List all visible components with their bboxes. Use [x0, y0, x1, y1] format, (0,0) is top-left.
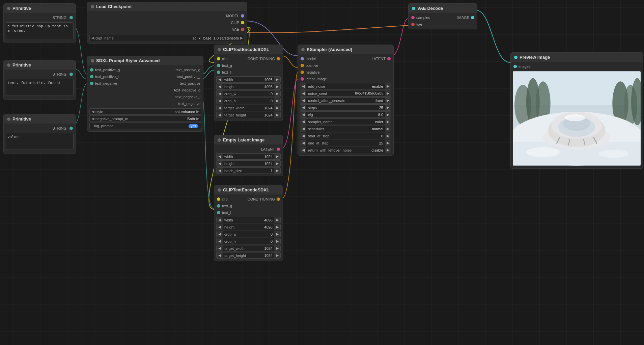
crop-w-field-bot[interactable]: ◀ crop_w 0 ▶: [216, 231, 281, 237]
height-inc-latent[interactable]: ▶: [274, 161, 280, 166]
images-in-port[interactable]: [513, 65, 517, 68]
batch-field-latent[interactable]: ◀ batch_size 1 ▶: [216, 167, 281, 174]
batch-inc-latent[interactable]: ▶: [274, 168, 280, 174]
latent-out-port[interactable]: [277, 148, 280, 151]
height-inc-btn-top[interactable]: ▶: [274, 84, 280, 89]
width-dec-latent[interactable]: ◀: [217, 154, 223, 159]
text-g-port-top[interactable]: [217, 64, 220, 67]
end-at-step-row[interactable]: ◀ end_at_step 25 ▶: [300, 140, 391, 146]
height-field-latent[interactable]: ◀ height 1024 ▶: [216, 160, 281, 167]
steps-inc[interactable]: ▶: [385, 105, 391, 110]
conditioning-out-port-top[interactable]: [277, 57, 280, 60]
start-at-step-row[interactable]: ◀ start_at_step 0 ▶: [300, 133, 391, 139]
steps-dec[interactable]: ◀: [300, 105, 306, 110]
crop-h-field-bot[interactable]: ◀ crop_h 0 ▶: [216, 238, 281, 244]
vae-in-port[interactable]: [411, 23, 415, 26]
target-width-field-top[interactable]: ◀ target_width 1024 ▶: [216, 105, 281, 111]
tw-dec-btn-bot[interactable]: ◀: [217, 245, 223, 251]
start-at-step-inc[interactable]: ▶: [385, 133, 391, 139]
width-dec-btn-top[interactable]: ◀: [217, 77, 223, 82]
string-output-port[interactable]: [69, 16, 73, 19]
clip-input-port-top[interactable]: [217, 57, 220, 60]
crop-w-inc-btn-top[interactable]: ▶: [274, 91, 280, 97]
width-inc-btn-top[interactable]: ▶: [274, 77, 280, 82]
return-leftover-inc[interactable]: ▶: [385, 147, 391, 153]
cfg-inc[interactable]: ▶: [385, 112, 391, 117]
th-dec-btn-top[interactable]: ◀: [217, 112, 223, 118]
width-field-bot[interactable]: ◀ width 4096 ▶: [216, 217, 281, 223]
scheduler-row[interactable]: ◀ scheduler normal ▶: [300, 126, 391, 132]
steps-row[interactable]: ◀ steps 25 ▶: [300, 104, 391, 111]
target-width-field-bot[interactable]: ◀ target_width 1024 ▶: [216, 245, 281, 251]
scheduler-dec[interactable]: ◀: [300, 126, 306, 132]
text-l-port-bot[interactable]: [217, 211, 220, 214]
latent-image-in-port[interactable]: [301, 77, 304, 81]
primitive-node-2-textarea[interactable]: tent, futuristic, forest: [6, 79, 74, 96]
control-after-inc[interactable]: ▶: [385, 98, 391, 103]
text-neg-input-port[interactable]: [90, 82, 93, 85]
sampler-name-inc[interactable]: ▶: [385, 119, 391, 125]
crop-w-dec-btn-bot[interactable]: ◀: [217, 231, 223, 237]
tw-inc-btn-bot[interactable]: ▶: [274, 245, 280, 251]
crop-h-inc-btn-bot[interactable]: ▶: [274, 238, 280, 244]
start-at-step-dec[interactable]: ◀: [300, 133, 306, 139]
ckpt-name-row[interactable]: ◀ ckpt_name sd_xl_base_1.0.safetensors ▶: [89, 35, 245, 41]
width-inc-latent[interactable]: ▶: [274, 154, 280, 159]
text-pos-l-input-port[interactable]: [90, 75, 93, 78]
cfg-dec[interactable]: ◀: [300, 112, 306, 117]
height-dec-btn-top[interactable]: ◀: [217, 84, 223, 89]
crop-h-dec-btn-top[interactable]: ◀: [217, 98, 223, 104]
th-inc-btn-bot[interactable]: ▶: [274, 253, 280, 258]
crop-w-dec-btn-top[interactable]: ◀: [217, 91, 223, 97]
string-output-port-2[interactable]: [69, 73, 73, 76]
conditioning-out-port-bot[interactable]: [277, 197, 280, 201]
width-field-latent[interactable]: ◀ width 1024 ▶: [216, 153, 281, 160]
latent-out-ksampler-port[interactable]: [387, 57, 391, 60]
crop-w-field-top[interactable]: ◀ crop_w 0 ▶: [216, 90, 281, 97]
noise-seed-row[interactable]: ◀ noise_seed 845841585635285 ▶: [300, 90, 391, 97]
string-output-port-3[interactable]: [69, 127, 73, 130]
return-leftover-dec[interactable]: ◀: [300, 147, 306, 153]
add-noise-inc[interactable]: ▶: [385, 83, 391, 89]
tw-dec-btn-top[interactable]: ◀: [217, 105, 223, 111]
control-after-dec[interactable]: ◀: [300, 98, 306, 103]
log-prompt-toggle[interactable]: yes: [189, 124, 198, 128]
batch-dec-latent[interactable]: ◀: [217, 168, 223, 174]
height-inc-btn-bot[interactable]: ▶: [274, 224, 280, 230]
primitive-node-1-textarea[interactable]: a futuristic pop up tent in a forest: [6, 22, 74, 39]
model-in-port[interactable]: [301, 57, 304, 60]
text-g-port-bot[interactable]: [217, 204, 220, 208]
text-pos-g-input-port[interactable]: [90, 68, 93, 72]
height-field-bot[interactable]: ◀ height 4096 ▶: [216, 224, 281, 230]
width-dec-btn-bot[interactable]: ◀: [217, 217, 223, 223]
cfg-row[interactable]: ◀ cfg 8.0 ▶: [300, 111, 391, 118]
target-height-field-bot[interactable]: ◀ target_height 1024 ▶: [216, 252, 281, 259]
return-leftover-row[interactable]: ◀ return_with_leftover_noise disable ▶: [300, 147, 391, 153]
crop-h-inc-btn-top[interactable]: ▶: [274, 98, 280, 104]
positive-in-port[interactable]: [301, 64, 304, 67]
th-dec-btn-bot[interactable]: ◀: [217, 253, 223, 258]
clip-input-port-bot[interactable]: [217, 197, 220, 201]
sampler-name-row[interactable]: ◀ sampler_name euler ▶: [300, 118, 391, 125]
height-field-top[interactable]: ◀ height 4096 ▶: [216, 83, 281, 90]
control-after-row[interactable]: ◀ control_after_generate fixed ▶: [300, 97, 391, 104]
target-height-field-top[interactable]: ◀ target_height 1024 ▶: [216, 112, 281, 118]
image-out-port[interactable]: [471, 16, 474, 19]
scheduler-inc[interactable]: ▶: [385, 126, 391, 132]
style-row[interactable]: ◀ style sai-enhance ▶: [89, 108, 201, 115]
clip-output-port[interactable]: [241, 21, 244, 24]
text-l-port-top[interactable]: [217, 71, 220, 74]
model-output-port[interactable]: [241, 14, 244, 18]
vae-output-port[interactable]: [241, 28, 244, 31]
add-noise-row[interactable]: ◀ add_noise enable ▶: [300, 83, 391, 89]
add-noise-dec[interactable]: ◀: [300, 83, 306, 89]
crop-h-dec-btn-bot[interactable]: ◀: [217, 238, 223, 244]
tw-inc-btn-top[interactable]: ▶: [274, 105, 280, 111]
end-at-step-dec[interactable]: ◀: [300, 140, 306, 146]
noise-seed-dec[interactable]: ◀: [300, 90, 306, 96]
height-dec-btn-bot[interactable]: ◀: [217, 224, 223, 230]
noise-seed-inc[interactable]: ▶: [385, 90, 391, 96]
negative-in-port[interactable]: [301, 71, 304, 74]
samples-in-port[interactable]: [411, 16, 415, 19]
height-dec-latent[interactable]: ◀: [217, 161, 223, 166]
